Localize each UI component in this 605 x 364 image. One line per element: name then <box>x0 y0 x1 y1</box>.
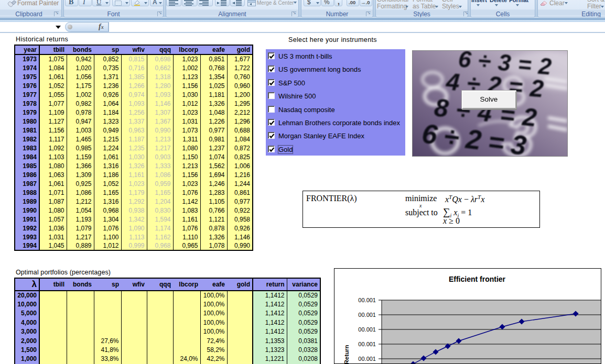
svg-text:00.001: 00.001 <box>358 326 376 333</box>
svg-text:00.001: 00.001 <box>358 297 376 303</box>
svg-text:Return: Return <box>343 345 350 363</box>
svg-text:00.001: 00.001 <box>358 312 376 318</box>
svg-text:Efficient frontier: Efficient frontier <box>449 275 506 283</box>
svg-text:00.001: 00.001 <box>358 341 376 347</box>
svg-text:00.001: 00.001 <box>358 356 376 362</box>
